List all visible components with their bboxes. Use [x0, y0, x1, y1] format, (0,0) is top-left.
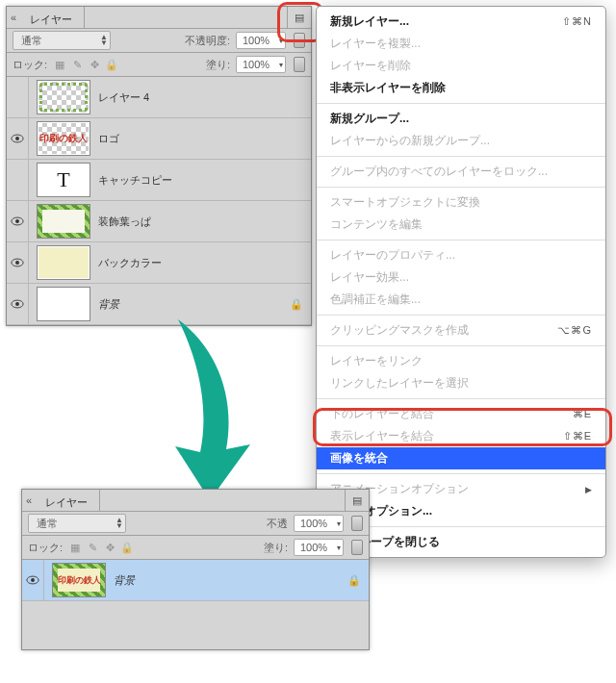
menu-item-label: レイヤーを削除 — [330, 58, 411, 74]
panel-menu-button[interactable]: ▤ — [287, 7, 311, 28]
menu-item[interactable]: 非表示レイヤーを削除 — [317, 77, 605, 99]
layer-name[interactable]: ロゴ — [98, 132, 119, 146]
svg-point-9 — [31, 578, 35, 582]
lock-transparency-icon[interactable]: ▦ — [68, 541, 82, 554]
collapse-icon[interactable]: « — [22, 490, 36, 511]
menu-item: グループ内のすべてのレイヤーをロック... — [317, 161, 605, 183]
layer-thumbnail[interactable] — [37, 245, 90, 280]
fill-value: 100% — [300, 542, 337, 553]
opacity-label: 不透 — [267, 517, 288, 531]
layer-row[interactable]: 装飾葉っぱ — [7, 201, 311, 242]
layer-name[interactable]: キャッチコピー — [98, 173, 172, 188]
layer-thumbnail[interactable] — [37, 287, 90, 321]
dropdown-icon: ▾ — [337, 544, 341, 552]
menu-separator — [317, 398, 605, 399]
visibility-toggle[interactable] — [7, 160, 29, 200]
menu-item: 表示レイヤーを結合⇧⌘E — [317, 425, 605, 447]
lock-image-icon[interactable]: ✎ — [86, 541, 99, 554]
lock-all-icon[interactable]: 🔒 — [105, 58, 118, 71]
menu-shortcut: ⌥⌘G — [557, 324, 592, 337]
svg-point-5 — [15, 261, 19, 265]
panel-header: « レイヤー ▤ — [22, 490, 369, 512]
menu-item-label: 色調補正を編集... — [330, 291, 421, 308]
menu-item: クリッピングマスクを作成⌥⌘G — [317, 319, 605, 342]
opacity-input[interactable]: 100% ▾ — [294, 515, 344, 532]
lock-all-icon[interactable]: 🔒 — [120, 541, 134, 554]
panel-tab-layers[interactable]: レイヤー — [36, 490, 100, 511]
opacity-value: 100% — [243, 35, 279, 46]
layer-row[interactable]: Tキャッチコピー — [7, 160, 311, 201]
layer-row[interactable]: 印刷の鉄人ロゴ — [7, 118, 311, 160]
menu-item-label: レイヤー効果... — [330, 269, 409, 286]
fill-input[interactable]: 100% ▾ — [294, 539, 344, 556]
annotation-arrow-icon — [164, 319, 279, 502]
menu-item[interactable]: 新規グループ... — [317, 108, 605, 130]
menu-item: レイヤーを複製... — [317, 33, 605, 55]
layer-thumbnail[interactable]: 印刷の鉄人 — [52, 563, 106, 597]
layer-name[interactable]: レイヤー 4 — [98, 90, 149, 105]
visibility-toggle[interactable] — [22, 560, 44, 600]
fill-scrubber[interactable] — [294, 57, 305, 72]
visibility-toggle[interactable] — [7, 77, 29, 117]
svg-point-3 — [15, 219, 19, 223]
layer-thumbnail[interactable]: 印刷の鉄人 — [37, 121, 90, 156]
menu-item: コンテンツを編集 — [317, 214, 605, 236]
panel-tab-layers[interactable]: レイヤー — [20, 7, 85, 28]
fill-scrubber[interactable] — [351, 540, 363, 555]
eye-icon — [11, 216, 24, 226]
select-arrows-icon: ▲▼ — [116, 518, 123, 529]
menu-separator — [317, 103, 605, 104]
lock-icon: 🔒 — [347, 574, 361, 587]
layer-name[interactable]: 背景 — [114, 573, 135, 588]
menu-item: レイヤーを削除 — [317, 55, 605, 77]
opacity-scrubber[interactable] — [294, 33, 305, 48]
submenu-arrow-icon: ▶ — [585, 485, 592, 494]
menu-item-label: スマートオブジェクトに変換 — [330, 194, 480, 211]
layers-list: レイヤー 4印刷の鉄人ロゴTキャッチコピー装飾葉っぱバックカラー背景🔒 — [7, 77, 311, 325]
layer-name[interactable]: 装飾葉っぱ — [98, 215, 151, 229]
layer-thumbnail[interactable]: T — [37, 163, 90, 197]
visibility-toggle[interactable] — [7, 242, 29, 283]
menu-item-label: 新規レイヤー... — [330, 13, 409, 30]
menu-item[interactable]: 画像を統合 — [317, 447, 605, 469]
lock-position-icon[interactable]: ✥ — [103, 541, 116, 554]
blend-opacity-row: 通常 ▲▼ 不透 100% ▾ — [22, 512, 369, 536]
menu-item-label: 新規グループ... — [330, 111, 409, 127]
eye-icon — [11, 258, 24, 267]
layers-panel-before: « レイヤー ▤ 通常 ▲▼ 不透明度: 100% ▾ ロック: ▦ ✎ ✥ 🔒… — [6, 6, 312, 326]
opacity-input[interactable]: 100% ▾ — [236, 32, 286, 49]
tab-label: レイヤー — [45, 495, 88, 510]
collapse-icon[interactable]: « — [7, 7, 20, 28]
layer-thumbnail[interactable] — [37, 204, 90, 239]
menu-item: 下のレイヤーと結合⌘E — [317, 403, 605, 425]
opacity-scrubber[interactable] — [351, 516, 363, 531]
fill-label: 塗り: — [206, 58, 230, 72]
dropdown-icon: ▾ — [279, 37, 283, 45]
panel-menu-button[interactable]: ▤ — [345, 490, 369, 511]
layer-row[interactable]: 背景🔒 — [7, 284, 311, 325]
layer-name[interactable]: バックカラー — [98, 256, 162, 270]
lock-image-icon[interactable]: ✎ — [70, 58, 84, 71]
lock-position-icon[interactable]: ✥ — [88, 58, 101, 71]
visibility-toggle[interactable] — [7, 118, 29, 159]
layer-row[interactable]: レイヤー 4 — [7, 77, 311, 118]
blend-mode-select[interactable]: 通常 ▲▼ — [13, 31, 111, 50]
blend-opacity-row: 通常 ▲▼ 不透明度: 100% ▾ — [7, 29, 311, 53]
menu-item-label: コンテンツを編集 — [330, 216, 423, 233]
dropdown-icon: ▾ — [279, 61, 283, 69]
lock-transparency-icon[interactable]: ▦ — [53, 58, 66, 71]
fill-value: 100% — [243, 59, 279, 70]
blend-mode-select[interactable]: 通常 ▲▼ — [28, 514, 126, 533]
layer-row[interactable]: バックカラー — [7, 242, 311, 284]
menu-item[interactable]: 新規レイヤー...⇧⌘N — [317, 11, 605, 33]
tab-label: レイヤー — [30, 13, 72, 27]
eye-icon — [11, 299, 24, 309]
layer-row-background[interactable]: 印刷の鉄人 背景 🔒 — [22, 560, 369, 601]
menu-shortcut: ⇧⌘N — [562, 15, 592, 28]
svg-point-7 — [15, 302, 19, 306]
layer-name[interactable]: 背景 — [98, 297, 119, 312]
fill-input[interactable]: 100% ▾ — [236, 56, 286, 73]
visibility-toggle[interactable] — [7, 284, 29, 324]
layer-thumbnail[interactable] — [37, 80, 90, 114]
visibility-toggle[interactable] — [7, 201, 29, 241]
